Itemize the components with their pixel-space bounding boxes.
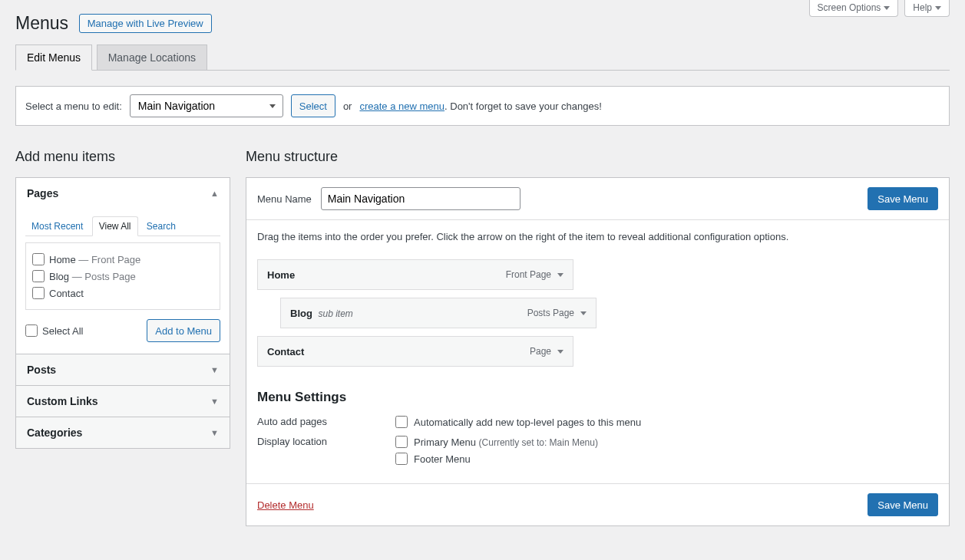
help-label: Help — [913, 2, 932, 13]
menu-item-bar[interactable]: Blog sub item Posts Page — [280, 298, 597, 328]
location-footer-option[interactable]: Footer Menu — [395, 453, 598, 465]
pages-checklist: Home — Front Page Blog — Posts Page Cont… — [25, 242, 220, 310]
location-primary-hint: (Currently set to: Main Menu) — [479, 437, 598, 448]
accordion-pages-label: Pages — [27, 187, 58, 199]
select-menu-button[interactable]: Select — [291, 94, 335, 117]
add-items-heading: Add menu items — [15, 149, 230, 165]
accordion-categories-header[interactable]: Categories ▼ — [16, 417, 230, 448]
accordion-posts-header[interactable]: Posts ▼ — [16, 354, 230, 385]
location-footer-label: Footer Menu — [414, 453, 471, 465]
page-checkbox[interactable] — [32, 270, 45, 282]
chevron-up-icon: ▲ — [210, 189, 219, 198]
menu-item-sub: sub item — [319, 308, 353, 319]
auto-add-label: Auto add pages — [257, 416, 395, 427]
page-check-item[interactable]: Contact — [32, 285, 213, 301]
select-all-checkbox[interactable] — [25, 324, 38, 337]
accordion-categories-label: Categories — [27, 427, 82, 439]
tab-manage-locations[interactable]: Manage Locations — [97, 44, 207, 70]
accordion-pages-header[interactable]: Pages ▲ — [16, 178, 230, 209]
display-location-label: Display location — [257, 436, 395, 447]
add-items-accordion: Pages ▲ Most Recent View All Search Home… — [15, 177, 230, 449]
page-check-item[interactable]: Blog — Posts Page — [32, 268, 213, 285]
live-preview-button[interactable]: Manage with Live Preview — [79, 14, 212, 33]
or-text: or — [343, 100, 352, 112]
page-checkbox[interactable] — [32, 287, 45, 299]
screen-options-label: Screen Options — [818, 2, 881, 13]
menu-select-dropdown[interactable]: Main Navigation — [130, 94, 283, 117]
add-to-menu-button[interactable]: Add to Menu — [147, 319, 220, 342]
menu-structure-panel: Menu Name Save Menu Drag the items into … — [246, 177, 950, 526]
select-menu-label: Select a menu to edit: — [25, 100, 122, 112]
page-item-note: — Posts Page — [72, 271, 136, 282]
auto-add-option[interactable]: Automatically add new top-level pages to… — [395, 416, 641, 428]
page-item-label: Blog — [49, 271, 69, 282]
chevron-down-icon[interactable] — [580, 311, 587, 315]
select-all-row[interactable]: Select All — [25, 322, 83, 339]
help-button[interactable]: Help — [904, 0, 950, 17]
accordion-pages-body: Most Recent View All Search Home — Front… — [16, 209, 230, 354]
chevron-down-icon — [935, 6, 941, 10]
structure-heading: Menu structure — [246, 149, 950, 165]
menu-item-type: Page — [530, 346, 551, 357]
menu-item-type: Front Page — [506, 269, 551, 280]
pages-tab-view-all[interactable]: View All — [92, 216, 138, 236]
save-menu-top-button[interactable]: Save Menu — [868, 187, 938, 210]
menu-item-bar[interactable]: Home Front Page — [257, 259, 573, 290]
location-primary-label: Primary Menu — [414, 436, 476, 448]
page-item-note: — Front Page — [78, 254, 140, 265]
screen-options-button[interactable]: Screen Options — [809, 0, 899, 17]
menu-item-type: Posts Page — [527, 308, 574, 318]
location-footer-checkbox[interactable] — [395, 453, 408, 465]
pages-tab-recent[interactable]: Most Recent — [25, 217, 89, 236]
menu-item-title: Blog — [290, 308, 312, 319]
menu-selector-bar: Select a menu to edit: Main Navigation S… — [15, 86, 950, 126]
menu-item-title: Contact — [267, 346, 304, 357]
accordion-posts-label: Posts — [27, 364, 56, 376]
page-title: Menus — [15, 6, 68, 37]
selector-after-text: . Don't forget to save your changes! — [444, 100, 602, 112]
location-primary-option[interactable]: Primary Menu (Currently set to: Main Men… — [395, 436, 598, 448]
chevron-down-icon[interactable] — [557, 273, 563, 277]
create-new-menu-link[interactable]: create a new menu — [359, 100, 444, 112]
pages-tab-search[interactable]: Search — [140, 217, 182, 236]
tab-edit-menus[interactable]: Edit Menus — [15, 44, 92, 71]
save-menu-bottom-button[interactable]: Save Menu — [868, 493, 938, 516]
structure-instructions: Drag the items into the order you prefer… — [257, 231, 938, 242]
location-primary-checkbox[interactable] — [395, 436, 408, 448]
menu-name-input[interactable] — [321, 187, 521, 210]
page-checkbox[interactable] — [32, 253, 45, 265]
page-item-label: Home — [49, 254, 76, 265]
auto-add-checkbox[interactable] — [395, 416, 408, 428]
menu-settings-heading: Menu Settings — [257, 390, 938, 405]
chevron-down-icon — [884, 6, 890, 10]
page-check-item[interactable]: Home — Front Page — [32, 251, 213, 268]
accordion-custom-links-label: Custom Links — [27, 395, 98, 407]
chevron-down-icon[interactable] — [557, 350, 563, 354]
auto-add-option-label: Automatically add new top-level pages to… — [414, 417, 641, 428]
menu-items-list: Home Front Page Blog sub item — [257, 259, 938, 367]
chevron-down-icon: ▼ — [210, 428, 219, 437]
page-item-label: Contact — [49, 288, 84, 299]
chevron-down-icon: ▼ — [210, 365, 219, 374]
menu-name-label: Menu Name — [257, 193, 312, 205]
select-all-label: Select All — [42, 325, 83, 337]
accordion-custom-links-header[interactable]: Custom Links ▼ — [16, 386, 230, 417]
chevron-down-icon: ▼ — [210, 397, 219, 406]
menu-item-bar[interactable]: Contact Page — [257, 336, 573, 367]
delete-menu-link[interactable]: Delete Menu — [257, 499, 314, 511]
menu-item-title: Home — [267, 269, 295, 281]
